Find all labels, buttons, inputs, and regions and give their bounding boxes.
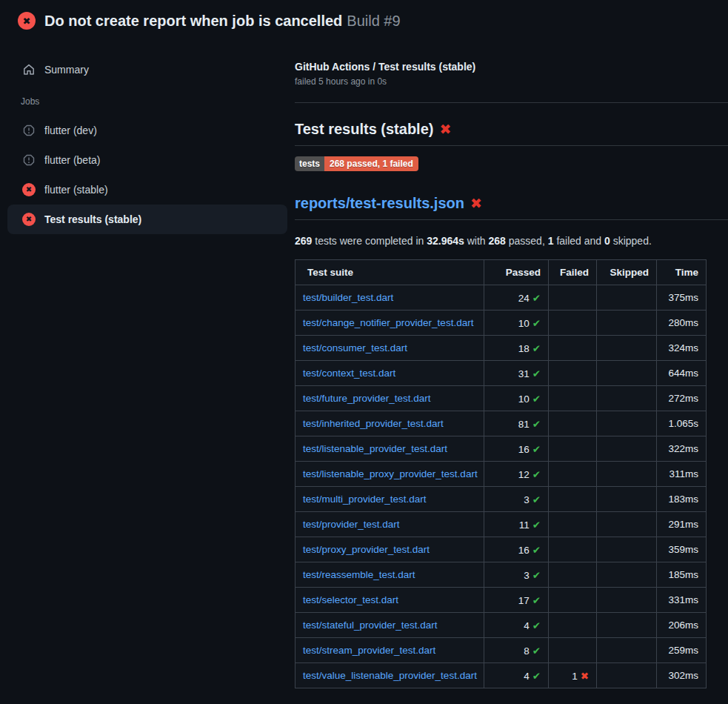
test-suite-link[interactable]: test/context_test.dart xyxy=(303,368,395,379)
table-row: test/builder_test.dart24✔375ms xyxy=(295,285,707,311)
time-cell: 324ms xyxy=(657,336,707,361)
passed-cell: 81✔ xyxy=(484,411,549,436)
test-suite-link[interactable]: test/builder_test.dart xyxy=(303,292,393,303)
time-cell: 183ms xyxy=(657,487,707,512)
time-cell: 185ms xyxy=(657,562,707,588)
skipped-cell xyxy=(597,285,657,311)
test-suite-cell: test/change_notifier_provider_test.dart xyxy=(295,311,484,336)
jobs-section-label: Jobs xyxy=(21,96,295,107)
passed-cell: 16✔ xyxy=(484,436,549,462)
sidebar-item-test-results-stable-[interactable]: ✖Test results (stable) xyxy=(7,205,287,234)
badge-label: tests xyxy=(295,156,324,171)
skipped-cell xyxy=(597,311,657,336)
passed-cell: 8✔ xyxy=(484,638,549,663)
time-cell: 322ms xyxy=(657,436,707,462)
section-title: Test results (stable)✖ xyxy=(295,121,728,146)
time-cell: 359ms xyxy=(657,537,707,562)
skipped-cell xyxy=(597,436,657,462)
failed-icon: ✖ xyxy=(22,213,36,226)
test-suite-cell: test/provider_test.dart xyxy=(295,512,484,537)
results-table: Test suite Passed Failed Skipped Time te… xyxy=(295,259,707,688)
test-suite-link[interactable]: test/stateful_provider_test.dart xyxy=(303,620,438,631)
failed-cell xyxy=(549,613,597,638)
failed-cell xyxy=(549,386,597,411)
table-row: test/reassemble_test.dart3✔185ms xyxy=(295,562,707,588)
table-row: test/inherited_provider_test.dart81✔1.06… xyxy=(295,411,707,436)
pass-check-icon: ✔ xyxy=(532,595,541,606)
pass-check-icon: ✔ xyxy=(532,519,541,531)
test-suite-link[interactable]: test/multi_provider_test.dart xyxy=(303,494,427,505)
test-suite-link[interactable]: test/listenable_provider_test.dart xyxy=(303,443,447,454)
pass-check-icon: ✔ xyxy=(532,293,541,304)
table-row: test/context_test.dart31✔644ms xyxy=(295,361,707,386)
failed-cell xyxy=(549,311,597,336)
table-header-row: Test suite Passed Failed Skipped Time xyxy=(295,260,707,285)
test-suite-cell: test/reassemble_test.dart xyxy=(295,562,484,588)
table-row: test/proxy_provider_test.dart16✔359ms xyxy=(295,537,707,562)
passed-cell: 17✔ xyxy=(484,588,549,613)
table-row: test/provider_test.dart11✔291ms xyxy=(295,512,707,537)
table-row: test/selector_test.dart17✔331ms xyxy=(295,588,707,613)
table-row: test/stream_provider_test.dart8✔259ms xyxy=(295,638,707,663)
test-suite-link[interactable]: test/future_provider_test.dart xyxy=(303,393,431,404)
skipped-cell xyxy=(597,537,657,562)
failed-cell xyxy=(549,512,597,537)
summary-number: 268 xyxy=(489,235,506,247)
failed-cell xyxy=(549,361,597,386)
table-row: test/consumer_test.dart18✔324ms xyxy=(295,336,707,361)
failed-cell xyxy=(549,411,597,436)
time-cell: 259ms xyxy=(657,638,707,663)
test-suite-link[interactable]: test/reassemble_test.dart xyxy=(303,569,415,580)
test-suite-cell: test/consumer_test.dart xyxy=(295,336,484,361)
skipped-cell xyxy=(597,336,657,361)
test-suite-link[interactable]: test/listenable_proxy_provider_test.dart xyxy=(303,468,478,479)
failed-x-icon: ✖ xyxy=(470,196,482,211)
test-suite-cell: test/stream_provider_test.dart xyxy=(295,638,484,663)
sidebar-item-flutter-beta-[interactable]: flutter (beta) xyxy=(7,145,287,175)
test-suite-link[interactable]: test/change_notifier_provider_test.dart xyxy=(303,317,473,328)
pass-check-icon: ✔ xyxy=(532,444,541,455)
passed-cell: 4✔ xyxy=(484,663,549,688)
failed-cell xyxy=(549,285,597,311)
test-suite-link[interactable]: test/inherited_provider_test.dart xyxy=(303,418,444,429)
home-icon xyxy=(22,63,36,76)
run-status-text: failed 5 hours ago in 0s xyxy=(295,76,728,87)
table-row: test/change_notifier_provider_test.dart1… xyxy=(295,311,707,336)
test-suite-link[interactable]: test/stream_provider_test.dart xyxy=(303,645,435,656)
sidebar-item-label: flutter (beta) xyxy=(44,154,100,166)
failed-cell xyxy=(549,462,597,487)
passed-cell: 3✔ xyxy=(484,487,549,512)
table-row: test/value_listenable_provider_test.dart… xyxy=(295,663,707,688)
build-title: Do not create report when job is cancell… xyxy=(44,13,342,29)
tests-badge[interactable]: tests 268 passed, 1 failed xyxy=(295,156,418,171)
build-number: Build #9 xyxy=(347,13,400,29)
skipped-cell xyxy=(597,562,657,588)
test-suite-link[interactable]: test/value_listenable_provider_test.dart xyxy=(303,670,477,681)
failed-icon: ✖ xyxy=(22,183,36,196)
sidebar-item-summary[interactable]: Summary xyxy=(7,58,287,82)
pass-check-icon: ✔ xyxy=(532,620,541,631)
summary-number: 269 xyxy=(295,235,312,247)
sidebar-item-flutter-dev-[interactable]: flutter (dev) xyxy=(7,116,287,145)
test-suite-cell: test/listenable_provider_test.dart xyxy=(295,436,484,462)
report-title: reports/test-results.json✖ xyxy=(295,195,728,220)
pass-check-icon: ✔ xyxy=(532,545,541,556)
sidebar-item-flutter-stable-[interactable]: ✖flutter (stable) xyxy=(7,175,287,205)
test-suite-link[interactable]: test/consumer_test.dart xyxy=(303,342,407,353)
skipped-cell xyxy=(597,613,657,638)
test-suite-link[interactable]: test/proxy_provider_test.dart xyxy=(303,544,430,555)
skipped-cell xyxy=(597,386,657,411)
failed-cell: 1✖ xyxy=(549,663,597,688)
time-cell: 375ms xyxy=(657,285,707,311)
summary-line: 269 tests were completed in 32.964s with… xyxy=(295,235,728,247)
test-suite-cell: test/proxy_provider_test.dart xyxy=(295,537,484,562)
test-suite-link[interactable]: test/selector_test.dart xyxy=(303,594,398,605)
sidebar-item-label: Summary xyxy=(44,64,89,76)
badge-value: 268 passed, 1 failed xyxy=(324,156,418,171)
pass-check-icon: ✔ xyxy=(532,570,541,581)
jobs-list: flutter (dev)flutter (beta)✖flutter (sta… xyxy=(0,116,295,234)
test-suite-link[interactable]: test/provider_test.dart xyxy=(303,519,400,530)
summary-number: 0 xyxy=(604,235,610,247)
report-link[interactable]: reports/test-results.json xyxy=(295,195,464,211)
test-suite-cell: test/builder_test.dart xyxy=(295,285,484,311)
